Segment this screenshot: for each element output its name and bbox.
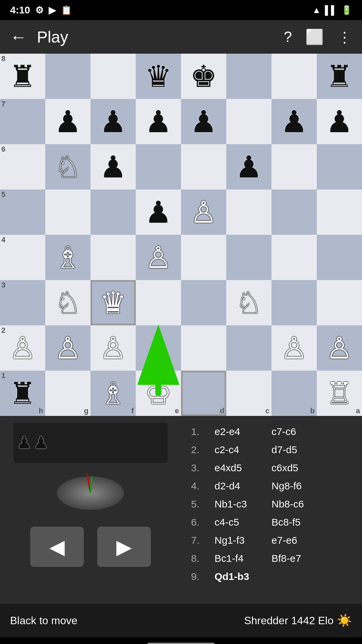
square-f4[interactable] <box>90 235 136 280</box>
move-black-1[interactable]: c7-c6 <box>272 423 325 441</box>
square-f7[interactable]: ♟ <box>90 99 136 144</box>
move-white-7[interactable]: Ng1-f3 <box>215 531 268 549</box>
move-white-5[interactable]: Nb1-c3 <box>215 495 268 513</box>
square-c2[interactable] <box>226 325 272 371</box>
square-e3[interactable] <box>136 280 181 325</box>
battery-icon: 🔋 <box>341 5 352 15</box>
square-d8[interactable]: ♚ <box>181 54 226 99</box>
square-a5[interactable] <box>317 190 362 235</box>
square-f2[interactable]: ♙ <box>90 325 136 371</box>
move-white-2[interactable]: c2-c4 <box>215 441 268 459</box>
square-a4[interactable] <box>317 235 362 280</box>
square-g5[interactable] <box>45 190 90 235</box>
square-h7[interactable]: 7 <box>0 99 45 144</box>
move-white-3[interactable]: e4xd5 <box>215 459 268 477</box>
square-e7[interactable]: ♟ <box>136 99 181 144</box>
next-move-button[interactable]: ▶ <box>97 527 151 567</box>
move-row-8: 8.Bc1-f4Bf8-e7 <box>191 549 352 568</box>
square-g3[interactable]: ♘ <box>45 280 90 325</box>
move-black-4[interactable]: Ng8-f6 <box>272 477 325 495</box>
square-d6[interactable] <box>181 144 226 190</box>
square-h1[interactable]: 1h♜ <box>0 371 45 416</box>
move-black-8[interactable]: Bf8-e7 <box>272 549 325 568</box>
captured-piece-1: ♟ <box>17 433 32 452</box>
square-h5[interactable]: 5 <box>0 190 45 235</box>
file-label-d: d <box>220 407 224 415</box>
square-b4[interactable] <box>272 235 317 280</box>
square-g8[interactable] <box>45 54 90 99</box>
square-c1[interactable]: c <box>226 371 272 416</box>
square-f8[interactable] <box>90 54 136 99</box>
move-white-6[interactable]: c4-c5 <box>215 513 268 531</box>
square-h2[interactable]: 2♙ <box>0 325 45 371</box>
square-b5[interactable] <box>272 190 317 235</box>
square-f5[interactable] <box>90 190 136 235</box>
square-g7[interactable]: ♟ <box>45 99 90 144</box>
square-d5[interactable]: ♙ <box>181 190 226 235</box>
square-e8[interactable]: ♛ <box>136 54 181 99</box>
square-d4[interactable] <box>181 235 226 280</box>
square-b3[interactable] <box>272 280 317 325</box>
square-f3[interactable]: ♛ <box>90 280 136 325</box>
square-c7[interactable] <box>226 99 272 144</box>
move-black-3[interactable]: c6xd5 <box>272 459 325 477</box>
square-c5[interactable] <box>226 190 272 235</box>
square-f1[interactable]: f♗ <box>90 371 136 416</box>
square-h4[interactable]: 4 <box>0 235 45 280</box>
square-a3[interactable] <box>317 280 362 325</box>
prev-move-button[interactable]: ◀ <box>30 527 84 567</box>
turn-indicator: Black to move <box>10 614 77 627</box>
square-a1[interactable]: a♖ <box>317 371 362 416</box>
square-a6[interactable] <box>317 144 362 190</box>
move-black-7[interactable]: e7-e6 <box>272 531 325 549</box>
square-e4[interactable]: ♙ <box>136 235 181 280</box>
back-button[interactable]: ← <box>10 27 27 47</box>
move-white-8[interactable]: Bc1-f4 <box>215 549 268 568</box>
move-black-9[interactable] <box>272 568 325 586</box>
square-b7[interactable]: ♟ <box>272 99 317 144</box>
square-h8[interactable]: 8♜ <box>0 54 45 99</box>
square-a7[interactable]: ♟ <box>317 99 362 144</box>
square-b2[interactable]: ♙ <box>272 325 317 371</box>
square-g4[interactable]: ♗ <box>45 235 90 280</box>
square-b6[interactable] <box>272 144 317 190</box>
square-a8[interactable]: ♜ <box>317 54 362 99</box>
square-e6[interactable] <box>136 144 181 190</box>
move-white-4[interactable]: d2-d4 <box>215 477 268 495</box>
move-number-3: 3. <box>191 459 211 477</box>
move-black-5[interactable]: Nb8-c6 <box>272 495 325 513</box>
square-c3[interactable]: ♘ <box>226 280 272 325</box>
move-white-1[interactable]: e2-e4 <box>215 423 268 441</box>
square-c6[interactable]: ♟ <box>226 144 272 190</box>
move-white-9[interactable]: Qd1-b3 <box>215 568 268 586</box>
square-e1[interactable]: e♔ <box>136 371 181 416</box>
square-d2[interactable] <box>181 325 226 371</box>
move-black-2[interactable]: d7-d5 <box>272 441 325 459</box>
square-a2[interactable]: ♙ <box>317 325 362 371</box>
piece-c6: ♟ <box>235 152 262 182</box>
square-c8[interactable] <box>226 54 272 99</box>
square-g6[interactable]: ♘ <box>45 144 90 190</box>
square-g2[interactable]: ♙ <box>45 325 90 371</box>
move-black-6[interactable]: Bc8-f5 <box>272 513 325 531</box>
footer: Black to move Shredder 1442 Elo ☀️ <box>0 604 362 637</box>
square-h6[interactable]: 6 <box>0 144 45 190</box>
square-f6[interactable]: ♟ <box>90 144 136 190</box>
square-e5[interactable]: ♟ <box>136 190 181 235</box>
square-g1[interactable]: g <box>45 371 90 416</box>
screen-button[interactable]: ⬜ <box>305 28 324 46</box>
square-h3[interactable]: 3 <box>0 280 45 325</box>
square-d7[interactable]: ♟ <box>181 99 226 144</box>
move-number-7: 7. <box>191 531 211 549</box>
square-d1[interactable]: d <box>181 371 226 416</box>
square-c4[interactable] <box>226 235 272 280</box>
square-b8[interactable] <box>272 54 317 99</box>
square-d3[interactable] <box>181 280 226 325</box>
chess-board[interactable]: 8♜♛♚♜7♟♟♟♟♟♟6♘♟♟5♟♙4♗♙3♘♛♘2♙♙♙♙♙1h♜gf♗e♔… <box>0 54 362 416</box>
home-indicator[interactable] <box>147 643 215 644</box>
help-button[interactable]: ? <box>284 29 292 45</box>
square-b1[interactable]: b <box>272 371 317 416</box>
square-e2[interactable] <box>136 325 181 371</box>
piece-f6: ♟ <box>100 152 127 182</box>
more-button[interactable]: ⋮ <box>337 29 352 46</box>
